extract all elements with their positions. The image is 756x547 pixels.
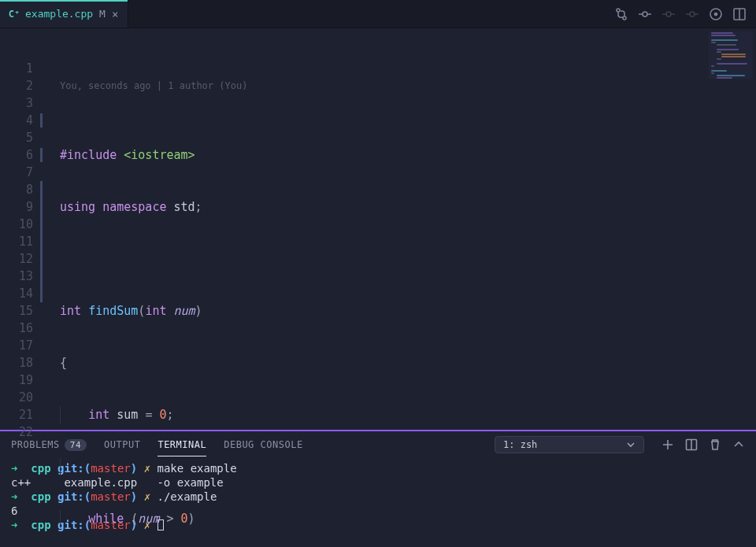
code-line: while (num > 0) [60,510,756,527]
line-number: 20 [0,389,43,406]
line-number: 3 [0,94,43,112]
commit-icon[interactable] [638,7,652,21]
tab-modified-badge: M [99,8,106,20]
line-number: 19 [0,371,43,389]
panel-tab-label: PROBLEMS [11,439,60,450]
editor-tab-example-cpp[interactable]: C⁺ example.cpp M × [0,0,128,28]
svg-point-0 [617,9,620,12]
code-line [60,458,756,475]
line-number: 5 [0,129,43,146]
line-number: 16 [0,320,43,337]
panel-tab-terminal[interactable]: TERMINAL [158,439,206,450]
line-number: 14 [0,285,43,302]
line-number-gutter: 1 2 3 4 5 6 7 8 9 10 11 12 13 14 15 16 1… [0,28,47,430]
line-number: 12 [0,250,43,268]
line-number: 2 [0,77,43,94]
line-number: 10 [0,216,43,233]
svg-point-3 [666,12,671,17]
line-number: 1 [0,60,43,77]
tab-filename: example.cpp [25,8,93,20]
code-line: using namespace std; [60,198,756,216]
panel-tab-label: TERMINAL [158,439,206,450]
svg-point-2 [643,12,647,17]
line-number: 17 [0,337,43,354]
svg-point-6 [715,13,717,15]
line-number: 22 [0,423,43,441]
line-number: 6 [0,146,43,164]
code-line: int sum = 0; [60,406,756,423]
split-editor-icon[interactable] [732,7,747,21]
line-number: 4 [0,112,43,129]
line-number: 8 [0,181,43,198]
next-change-icon[interactable] [685,7,699,21]
svg-point-1 [623,17,626,20]
line-number: 13 [0,268,43,285]
code-line: #include <iostream> [60,146,756,164]
line-number: 18 [0,354,43,371]
run-target-icon[interactable] [709,7,723,21]
line-number: 15 [0,302,43,320]
code-content[interactable]: You, seconds ago | 1 author (You) #inclu… [47,28,756,430]
minimap[interactable] [709,31,753,79]
line-number: 11 [0,233,43,250]
line-number: 21 [0,406,43,423]
editor-tab-bar: C⁺ example.cpp M × [0,0,756,28]
line-number: 9 [0,198,43,216]
code-line: int findSum(int num) [60,302,756,320]
editor-title-actions [605,0,756,28]
line-number: 7 [0,164,43,181]
prev-change-icon[interactable] [662,7,676,21]
code-editor[interactable]: 1 2 3 4 5 6 7 8 9 10 11 12 13 14 15 16 1… [0,28,756,430]
cpp-file-icon: C⁺ [8,9,20,20]
svg-point-4 [690,12,695,17]
tab-close-button[interactable]: × [110,9,120,20]
code-line: { [60,354,756,371]
git-compare-icon[interactable] [614,7,628,21]
git-blame-annotation: You, seconds ago | 1 author (You) [60,77,756,94]
code-line [60,250,756,268]
